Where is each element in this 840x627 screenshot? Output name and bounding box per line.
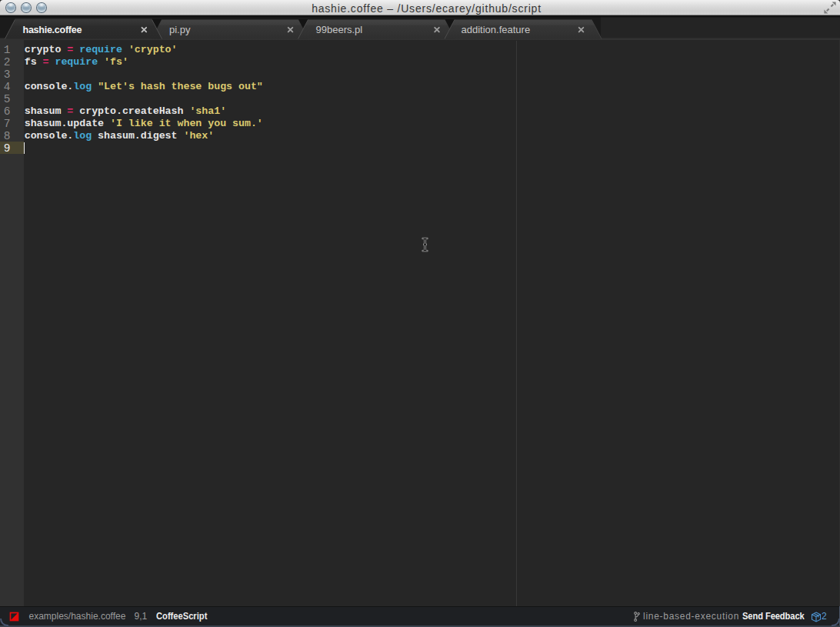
svg-text:pi.py: pi.py (169, 24, 191, 35)
svg-text:addition.feature: addition.feature (462, 24, 531, 35)
svg-text:99beers.pl: 99beers.pl (316, 24, 363, 35)
svg-text:hashie.coffee: hashie.coffee (23, 25, 82, 35)
